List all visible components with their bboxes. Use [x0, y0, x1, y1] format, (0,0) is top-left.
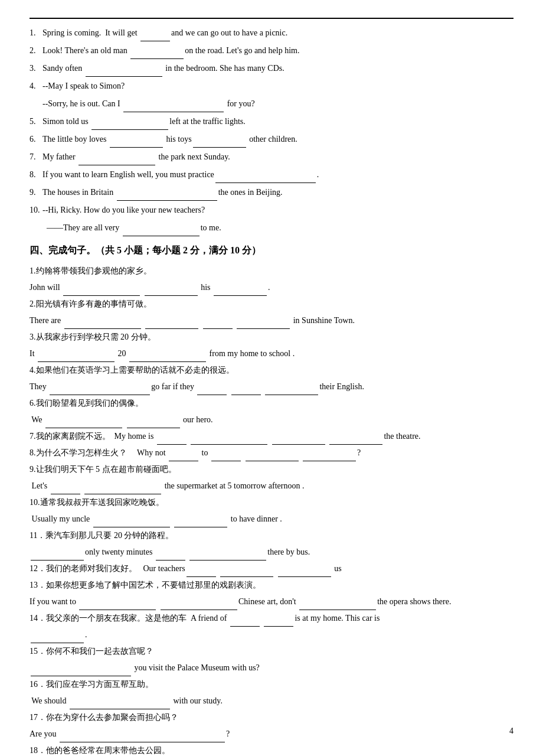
- blank-8-1: [215, 174, 316, 183]
- blank-s4-15-1: [31, 667, 131, 676]
- section4-content: 1.约翰将带领我们参观他的家乡。 John will his . 2.阳光镇有许…: [30, 263, 513, 756]
- s4-item-2-cn: 2.阳光镇有许多有趣的事情可做。: [30, 296, 513, 312]
- item-text-4a: --May I speak to Simon?: [42, 78, 513, 94]
- blank-s4-2-2: [145, 320, 198, 329]
- item-6: 6. The little boy loves his toys other c…: [30, 131, 513, 148]
- s4-item-6-en: We our hero.: [30, 412, 513, 428]
- blank-1-1: [140, 32, 170, 41]
- blank-s4-14-1: [230, 617, 260, 627]
- item-10a: 10. --Hi, Ricky. How do you like your ne…: [30, 202, 513, 219]
- s4-item-15-en: you visit the Palace Museum with us?: [30, 660, 513, 676]
- item-number-7: 7.: [30, 149, 42, 165]
- blank-s4-9-2: [84, 485, 161, 494]
- blank-s4-7-4: [329, 435, 382, 445]
- item-number-2: 2.: [30, 43, 42, 59]
- blank-5-1: [91, 120, 168, 130]
- blank-s4-7-3: [272, 435, 325, 445]
- blank-s4-2-4: [237, 320, 290, 329]
- item-text-9: The houses in Britain the ones in Beijin…: [42, 184, 513, 201]
- s4-item-14-en2: .: [30, 627, 513, 643]
- blank-3-1: [86, 67, 162, 77]
- item-4a: 4. --May I speak to Simon?: [30, 78, 513, 94]
- s4-item-13-cn: 13．如果你想更多地了解中国艺术，不要错过那里的戏剧表演。: [30, 577, 513, 594]
- item-number-9: 9.: [30, 184, 42, 201]
- item-number-8: 8.: [30, 167, 42, 183]
- blank-s4-13-3: [299, 601, 376, 610]
- blank-s4-4-4: [265, 386, 318, 395]
- item-text-10a: --Hi, Ricky. How do you like your new te…: [42, 202, 513, 219]
- blank-s4-10-1: [93, 518, 170, 527]
- item-1: 1. Spring is coming. It will get and we …: [30, 25, 513, 41]
- blank-s4-9-1: [51, 485, 80, 494]
- blank-s4-8-2: [211, 452, 241, 461]
- s4-item-11-en: only twenty minutes there by bus.: [30, 544, 513, 561]
- blank-s4-7-2: [191, 435, 267, 445]
- blank-s4-2-1: [64, 320, 141, 329]
- blank-10-1: [123, 227, 199, 236]
- item-8: 8. If you want to learn English well, yo…: [30, 167, 513, 183]
- item-2: 2. Look! There's an old man on the road.…: [30, 43, 513, 59]
- s4-item-16-cn: 16．我们应在学习方面互帮互助。: [30, 676, 513, 693]
- blank-s4-3-1: [38, 353, 115, 362]
- section4-header: 四、完成句子。（共 5 小题；每小题 2 分，满分 10 分）: [30, 242, 513, 259]
- s4-item-17-en: Are you ?: [30, 726, 513, 742]
- item-number-6: 6.: [30, 131, 42, 148]
- item-text-4b: --Sorry, he is out. Can I for you?: [42, 96, 513, 112]
- blank-9-1: [117, 191, 217, 201]
- s4-item-9-en: Let's the supermarket at 5 tomorrow afte…: [30, 478, 513, 494]
- blank-2-1: [130, 50, 184, 59]
- item-10b: ——They are all very to me.: [30, 220, 513, 236]
- item-number-3: 3.: [30, 60, 42, 77]
- item-number-4: 4.: [30, 78, 42, 94]
- s4-item-7-cn: 7.我的家离剧院不远。 My home is the theatre.: [30, 428, 513, 445]
- item-text-2: Look! There's an old man on the road. Le…: [42, 43, 513, 59]
- blank-s4-16-1: [70, 700, 170, 709]
- s4-item-12-cn: 12．我们的老师对我们友好。 Our teachers us: [30, 561, 513, 577]
- blank-s4-14-3: [31, 634, 84, 643]
- page-container: 1. Spring is coming. It will get and we …: [30, 18, 513, 756]
- s4-item-4-en: They go far if they their English.: [30, 379, 513, 395]
- blank-s4-12-3: [278, 568, 331, 577]
- top-border: [30, 18, 513, 19]
- blank-s4-4-3: [231, 386, 261, 395]
- blank-s4-11-3: [189, 551, 266, 561]
- blank-s4-10-2: [174, 518, 227, 527]
- blank-s4-7-1: [157, 435, 187, 445]
- item-4b: --Sorry, he is out. Can I for you?: [30, 96, 513, 112]
- item-text-8: If you want to learn English well, you m…: [42, 167, 513, 183]
- blank-s4-14-2: [264, 617, 293, 627]
- item-text-1: Spring is coming. It will get and we can…: [42, 25, 513, 41]
- s4-item-1-en: John will his .: [30, 279, 513, 296]
- blank-s4-1-3: [214, 286, 267, 296]
- blank-7-1: [78, 156, 155, 165]
- blank-s4-8-4: [303, 452, 356, 461]
- s4-item-1-cn: 1.约翰将带领我们参观他的家乡。: [30, 263, 513, 279]
- item-number-5: 5.: [30, 113, 42, 130]
- s4-item-4-cn: 4.如果他们在英语学习上需要帮助的话就不必走的很远。: [30, 362, 513, 379]
- s4-item-13-en: If you want to Chinese art, don't the op…: [30, 594, 513, 610]
- item-number-1: 1.: [30, 25, 42, 41]
- blank-s4-11-1: [31, 551, 84, 561]
- s4-item-8-cn: 8.为什么不学习怎样生火？ Why not to ?: [30, 445, 513, 461]
- blank-s4-6-1: [45, 419, 122, 428]
- blank-s4-13-1: [79, 601, 156, 610]
- blank-s4-8-1: [169, 452, 198, 461]
- blank-4-1: [123, 103, 224, 112]
- blank-s4-12-1: [187, 568, 216, 577]
- item-text-10b: ——They are all very to me.: [42, 220, 513, 236]
- s4-item-11-cn: 11．乘汽车到那儿只要 20 分钟的路程。: [30, 527, 513, 544]
- item-text-6: The little boy loves his toys other chil…: [42, 131, 513, 148]
- s4-item-6-cn: 6.我们盼望着见到我们的偶像。: [30, 395, 513, 412]
- item-7: 7. My father the park next Sunday.: [30, 149, 513, 165]
- blank-s4-11-2: [156, 551, 185, 561]
- blank-s4-4-1: [50, 386, 150, 395]
- item-3: 3. Sandy often in the bedroom. She has m…: [30, 60, 513, 77]
- s4-item-17-cn: 17．你在为穿什么去参加聚会而担心吗？: [30, 709, 513, 726]
- blank-s4-12-2: [220, 568, 273, 577]
- blank-s4-6-2: [127, 419, 180, 428]
- item-number-10: 10.: [30, 202, 42, 219]
- blank-s4-2-3: [203, 320, 233, 329]
- blank-s4-17-1: [60, 733, 225, 742]
- s4-item-10-en: Usually my uncle to have dinner .: [30, 511, 513, 527]
- blank-s4-1-2: [145, 286, 198, 296]
